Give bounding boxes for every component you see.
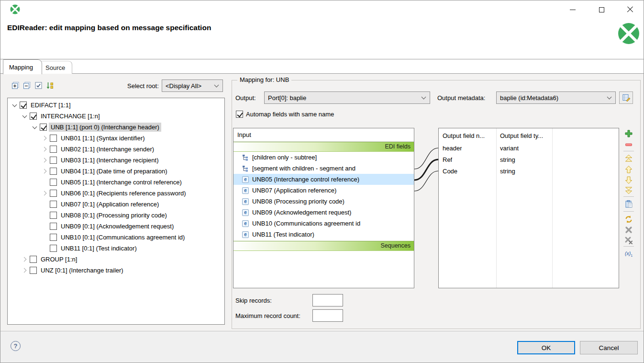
output-metadata-combo[interactable]: baplie (id:Metadata6) bbox=[496, 91, 616, 104]
tree-row[interactable]: GROUP [1:n] bbox=[8, 254, 224, 265]
tree-row[interactable]: UNB08 [0:1] (Processing priority code) bbox=[8, 210, 224, 221]
chevron-collapsed-icon[interactable] bbox=[21, 266, 29, 274]
tree-checkbox[interactable] bbox=[50, 234, 57, 241]
chevron-collapsed-icon[interactable] bbox=[21, 255, 29, 263]
collapse-all-button[interactable] bbox=[22, 81, 31, 90]
minimize-button[interactable] bbox=[563, 3, 582, 16]
tree-row[interactable]: UNB10 [0:1] (Communications agreement id… bbox=[8, 232, 224, 243]
output-port-combo[interactable]: Port[0]: baplie bbox=[264, 91, 430, 104]
cancel-all-mappings-button[interactable] bbox=[624, 236, 633, 245]
select-root-combo[interactable]: <Display All> bbox=[162, 79, 223, 92]
tree-checkbox[interactable] bbox=[20, 102, 27, 109]
tab-mapping[interactable]: Mapping bbox=[3, 59, 42, 74]
chevron-collapsed-icon[interactable] bbox=[41, 145, 49, 153]
minimize-icon bbox=[570, 10, 576, 10]
input-row[interactable]: UNB09 (Acknowledgement request) bbox=[233, 207, 414, 218]
message-tree[interactable]: EDIFACT [1:1] INTERCHANGE [1:n] UNB [1:1… bbox=[7, 98, 225, 325]
move-up-button[interactable] bbox=[624, 165, 633, 174]
tree-row[interactable]: UNB02 [1:1] (Interchange sender) bbox=[8, 144, 224, 155]
tree-checkbox[interactable] bbox=[50, 245, 57, 252]
tree-checkbox[interactable] bbox=[50, 190, 57, 197]
chevron-expanded-icon[interactable] bbox=[21, 112, 29, 120]
occurrences-button[interactable]: (x)1 bbox=[624, 249, 633, 259]
tab-source[interactable]: Source bbox=[41, 61, 72, 74]
tree-row[interactable]: EDIFACT [1:1] bbox=[8, 100, 224, 111]
input-item-label: UNB10 (Communications agreement id bbox=[252, 220, 360, 227]
input-fields-panel[interactable]: Input EDI fields [children only - subtre… bbox=[233, 128, 414, 288]
tree-checkbox[interactable] bbox=[50, 157, 57, 164]
tab-strip: Mapping Source bbox=[0, 59, 644, 74]
tree-row[interactable]: UNB11 [0:1] (Test indicator) bbox=[8, 243, 224, 254]
tree-checkbox[interactable] bbox=[50, 168, 57, 175]
tree-checkbox[interactable] bbox=[50, 212, 57, 219]
tree-row[interactable]: UNB05 [1:1] (Interchange control referen… bbox=[8, 177, 224, 188]
maximize-button[interactable] bbox=[592, 3, 611, 16]
input-row[interactable]: UNB08 (Processing priority code) bbox=[233, 196, 414, 207]
output-cell-name[interactable]: Code bbox=[443, 168, 457, 175]
mapping-connector-line bbox=[414, 148, 438, 169]
paste-fields-button[interactable] bbox=[624, 199, 633, 209]
cancel-mapping-button[interactable] bbox=[624, 225, 633, 235]
ok-button[interactable]: OK bbox=[517, 341, 575, 354]
chevron-collapsed-icon[interactable] bbox=[41, 167, 49, 175]
automap-button[interactable] bbox=[624, 215, 633, 224]
add-field-button[interactable] bbox=[624, 129, 633, 138]
output-label: Output: bbox=[235, 94, 256, 102]
tree-checkbox[interactable] bbox=[40, 124, 47, 131]
tree-checkbox[interactable] bbox=[30, 256, 37, 263]
input-row[interactable]: [children only - subtree] bbox=[233, 152, 414, 163]
chevron-collapsed-icon[interactable] bbox=[41, 189, 49, 197]
tree-row[interactable]: UNB06 [0:1] (Recipients reference passwo… bbox=[8, 188, 224, 199]
input-row[interactable]: UNB07 (Application reference) bbox=[233, 185, 414, 196]
output-cell-name[interactable]: Ref bbox=[443, 156, 452, 163]
output-fields-panel[interactable]: Output field n... Output field ty... hea… bbox=[438, 128, 619, 288]
automap-checkbox[interactable] bbox=[236, 111, 243, 118]
tree-checkbox[interactable] bbox=[50, 146, 57, 153]
tree-row[interactable]: UNB03 [1:1] (Interchange recipient) bbox=[8, 155, 224, 166]
skip-records-input[interactable] bbox=[312, 294, 343, 306]
tree-row[interactable]: UNB09 [0:1] (Acknowledgement request) bbox=[8, 221, 224, 232]
output-col-type-header[interactable]: Output field ty... bbox=[500, 132, 543, 139]
automap-checkbox-row[interactable]: Automap fields with same name bbox=[235, 111, 334, 118]
move-down-button[interactable] bbox=[624, 175, 633, 185]
tree-item-label: UNB03 [1:1] (Interchange recipient) bbox=[59, 156, 161, 165]
edit-metadata-button[interactable] bbox=[619, 91, 633, 104]
output-cell-type[interactable]: variant bbox=[500, 145, 519, 152]
move-top-button[interactable] bbox=[624, 154, 633, 163]
input-row[interactable]: UNB11 (Test indicator) bbox=[233, 229, 414, 240]
tree-row[interactable]: UNB [1:1] (port 0) (Interchange header) bbox=[8, 122, 224, 133]
cancel-button[interactable]: Cancel bbox=[580, 341, 638, 354]
tree-checkbox[interactable] bbox=[50, 135, 57, 142]
chevron-collapsed-icon[interactable] bbox=[41, 134, 49, 142]
remove-field-button[interactable] bbox=[624, 140, 633, 149]
output-cell-type[interactable]: string bbox=[500, 168, 515, 175]
chevron-expanded-icon[interactable] bbox=[11, 101, 19, 109]
subtree-icon bbox=[242, 154, 249, 161]
tree-checkbox[interactable] bbox=[50, 179, 57, 186]
sort-tree-button[interactable] bbox=[45, 81, 54, 90]
tree-checkbox[interactable] bbox=[50, 201, 57, 208]
check-subtree-button[interactable] bbox=[34, 81, 43, 90]
chevron-expanded-icon[interactable] bbox=[31, 123, 39, 131]
tree-checkbox[interactable] bbox=[30, 113, 37, 120]
max-record-count-input[interactable] bbox=[312, 309, 343, 322]
tree-row[interactable]: UNZ [0:1] (Interchange trailer) bbox=[8, 265, 224, 276]
chevron-collapsed-icon[interactable] bbox=[41, 156, 49, 164]
close-button[interactable] bbox=[621, 3, 640, 16]
expand-all-button[interactable] bbox=[11, 81, 20, 90]
tree-checkbox[interactable] bbox=[50, 223, 57, 230]
tree-row[interactable]: UNB04 [1:1] (Date time of preparation) bbox=[8, 166, 224, 177]
tree-row[interactable]: UNB07 [0:1] (Application reference) bbox=[8, 199, 224, 210]
output-cell-type[interactable]: string bbox=[500, 156, 515, 163]
tree-row[interactable]: UNB01 [1:1] (Syntax identifier) bbox=[8, 133, 224, 144]
input-row-selected[interactable]: UNB05 (Interchange control reference) bbox=[233, 174, 414, 185]
input-item-label: [children only - subtree] bbox=[252, 154, 317, 161]
output-col-name-header[interactable]: Output field n... bbox=[443, 132, 485, 139]
input-row[interactable]: [segment with children - segment and bbox=[233, 163, 414, 174]
help-button[interactable] bbox=[11, 341, 21, 351]
output-cell-name[interactable]: header bbox=[443, 145, 462, 152]
move-bottom-button[interactable] bbox=[624, 185, 633, 195]
input-row[interactable]: UNB10 (Communications agreement id bbox=[233, 218, 414, 229]
tree-checkbox[interactable] bbox=[30, 267, 37, 274]
tree-row[interactable]: INTERCHANGE [1:n] bbox=[8, 111, 224, 122]
